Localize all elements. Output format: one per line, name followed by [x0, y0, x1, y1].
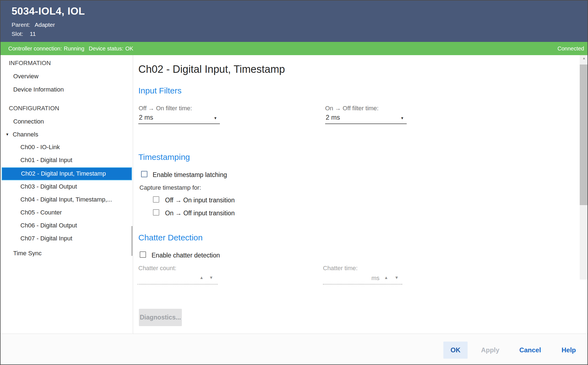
sidebar-item-connection[interactable]: Connection: [1, 118, 133, 126]
sidebar-item-ch02-selected[interactable]: Ch02 - Digital Input, Timestamp: [2, 167, 132, 180]
sidebar-item-ch06[interactable]: Ch06 - Digital Output: [1, 222, 133, 230]
sidebar-item-device-information[interactable]: Device Information: [1, 86, 133, 94]
spinner-down-icon[interactable]: ▼: [209, 275, 213, 280]
enable-timestamp-latching-label[interactable]: Enable timestamp latching: [153, 171, 227, 179]
sidebar-item-ch03[interactable]: Ch03 - Digital Output: [1, 183, 133, 191]
capture-on-off-label[interactable]: On → Off input transition: [165, 210, 235, 217]
sidebar-item-ch01[interactable]: Ch01 - Digital Input: [1, 157, 133, 165]
device-status-label: Device status:: [89, 45, 123, 52]
controller-connection-label: Controller connection:: [8, 45, 62, 52]
capture-off-on-label[interactable]: Off → On input transition: [165, 197, 235, 204]
timestamping-heading: Timestamping: [138, 152, 190, 162]
chatter-count-label: Chatter count:: [138, 265, 176, 272]
chatter-count-input[interactable]: [137, 284, 218, 285]
sidebar-section-information: INFORMATION: [1, 60, 133, 68]
spinner-up-icon[interactable]: ▲: [199, 275, 204, 280]
off-on-filter-select[interactable]: 2 ms ▼: [138, 113, 220, 124]
dropdown-arrow-icon[interactable]: ▼: [400, 116, 404, 120]
capture-off-on-checkbox[interactable]: [153, 196, 159, 203]
main-panel: Ch02 - Digital Input, Timestamp Input Fi…: [133, 55, 580, 334]
on-off-filter-value: 2 ms: [326, 114, 340, 121]
sidebar-item-ch07[interactable]: Ch07 - Digital Input: [1, 235, 133, 243]
vertical-scrollbar[interactable]: ▲: [580, 55, 588, 280]
capture-on-off-checkbox[interactable]: [153, 209, 159, 216]
status-bar-left: Controller connection:RunningDevice stat…: [8, 42, 135, 55]
sidebar-item-channels[interactable]: ▼ Channels: [1, 131, 133, 139]
slot-line: Slot:11: [12, 31, 36, 37]
sidebar-nav: INFORMATION Overview Device Information …: [1, 55, 133, 256]
chatter-time-label: Chatter time:: [323, 265, 358, 272]
scrollbar-up-icon[interactable]: ▲: [580, 56, 588, 60]
enable-timestamp-latching-checkbox[interactable]: [141, 171, 147, 177]
ok-button[interactable]: OK: [443, 342, 468, 359]
parent-label: Parent:: [12, 22, 30, 28]
controller-connection-value: Running: [64, 45, 85, 52]
footer-bar: OK Apply Cancel Help: [1, 334, 587, 364]
sidebar-section-configuration: CONFIGURATION: [1, 105, 133, 113]
device-status-value: OK: [125, 45, 133, 52]
sidebar-item-ch05[interactable]: Ch05 - Counter: [1, 209, 133, 217]
sidebar-item-overview[interactable]: Overview: [1, 73, 133, 81]
enable-chatter-detection-checkbox[interactable]: [140, 251, 146, 258]
parent-line: Parent:Adapter: [12, 22, 55, 28]
connection-state-badge: Connected: [557, 42, 584, 55]
sidebar-item-ch00[interactable]: Ch00 - IO-Link: [1, 144, 133, 152]
off-on-filter-label: Off → On filter time:: [139, 105, 192, 112]
slot-value: 11: [30, 31, 36, 37]
chatter-time-unit: ms: [371, 275, 379, 282]
enable-chatter-detection-label[interactable]: Enable chatter detection: [152, 252, 220, 259]
on-off-filter-select[interactable]: 2 ms ▼: [325, 113, 407, 124]
sidebar-item-ch04[interactable]: Ch04 - Digital Input, Timestamp,...: [1, 196, 133, 204]
help-button[interactable]: Help: [555, 342, 582, 359]
diagnostics-button[interactable]: Diagnostics...: [139, 309, 182, 326]
module-properties-window: 5034-IOL4, IOL Parent:Adapter Slot:11 Co…: [0, 0, 588, 365]
chatter-time-input[interactable]: [323, 284, 402, 285]
module-title: 5034-IOL4, IOL: [12, 6, 85, 17]
parent-value: Adapter: [35, 22, 55, 28]
chevron-down-icon[interactable]: ▼: [6, 132, 9, 136]
cancel-button[interactable]: Cancel: [515, 342, 545, 359]
sidebar-item-time-sync[interactable]: Time Sync: [1, 250, 133, 256]
chatter-detection-heading: Chatter Detection: [138, 233, 203, 242]
input-filters-heading: Input Filters: [138, 86, 182, 95]
capture-timestamp-label: Capture timestamp for:: [139, 184, 201, 191]
apply-button[interactable]: Apply: [475, 342, 505, 359]
slot-label: Slot:: [12, 31, 23, 37]
spinner-down-icon[interactable]: ▼: [395, 275, 399, 280]
status-bar: Controller connection:RunningDevice stat…: [1, 42, 587, 55]
spinner-up-icon[interactable]: ▲: [384, 275, 388, 280]
off-on-filter-value: 2 ms: [139, 114, 153, 121]
page-title: Ch02 - Digital Input, Timestamp: [138, 63, 285, 75]
on-off-filter-label: On → Off filter time:: [325, 105, 379, 112]
dropdown-arrow-icon[interactable]: ▼: [214, 116, 217, 120]
window-header: 5034-IOL4, IOL Parent:Adapter Slot:11: [1, 1, 587, 42]
scrollbar-thumb[interactable]: [580, 65, 588, 205]
sidebar-scrollbar-thumb[interactable]: [131, 226, 133, 256]
